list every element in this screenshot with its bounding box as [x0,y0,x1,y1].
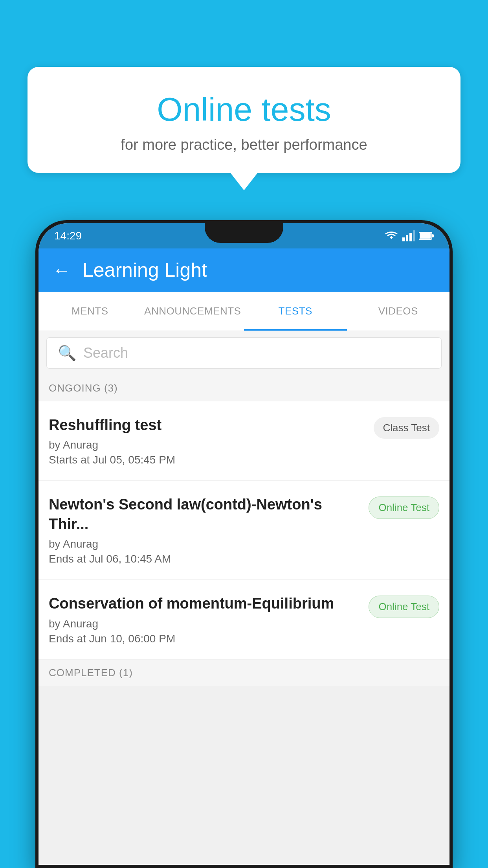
test-time: Ends at Jun 10, 06:00 PM [49,633,361,645]
wifi-icon [384,230,398,241]
test-badge: Class Test [374,417,439,439]
test-item[interactable]: Reshuffling test by Anurag Starts at Jul… [39,401,449,481]
test-info: Conservation of momentum-Equilibrium by … [49,594,361,645]
promo-title: Online tests [43,90,445,129]
search-bar[interactable]: 🔍 Search [46,337,442,369]
ongoing-section-header: ONGOING (3) [39,375,449,401]
test-item[interactable]: Newton's Second law(contd)-Newton's Thir… [39,481,449,580]
svg-rect-3 [413,230,415,241]
svg-rect-6 [432,234,434,237]
app-bar-title: Learning Light [83,259,207,281]
tab-bar: MENTS ANNOUNCEMENTS TESTS VIDEOS [39,292,449,331]
test-item[interactable]: Conservation of momentum-Equilibrium by … [39,580,449,659]
tab-tests[interactable]: TESTS [244,292,347,331]
tab-assignments[interactable]: MENTS [39,292,141,331]
promo-card: Online tests for more practice, better p… [28,67,460,173]
signal-icon [402,230,415,241]
test-time: Starts at Jul 05, 05:45 PM [49,454,366,466]
search-input[interactable]: Search [83,345,128,361]
svg-rect-1 [406,235,408,241]
test-badge: Online Test [369,596,439,618]
test-author: by Anurag [49,538,361,550]
phone-notch [205,223,283,243]
tab-videos[interactable]: VIDEOS [347,292,450,331]
test-info: Reshuffling test by Anurag Starts at Jul… [49,416,366,466]
back-button[interactable]: ← [53,261,71,279]
test-info: Newton's Second law(contd)-Newton's Thir… [49,495,361,565]
test-name: Conservation of momentum-Equilibrium [49,594,361,613]
test-time: Ends at Jul 06, 10:45 AM [49,553,361,565]
svg-rect-2 [409,233,412,241]
svg-rect-0 [402,237,405,241]
test-list: Reshuffling test by Anurag Starts at Jul… [39,401,449,660]
battery-icon [419,232,434,240]
test-name: Newton's Second law(contd)-Newton's Thir… [49,495,361,534]
status-time: 14:29 [54,230,82,242]
search-icon: 🔍 [58,344,76,362]
test-name: Reshuffling test [49,416,366,435]
status-icons [384,230,434,241]
phone-frame: 14:29 [35,220,453,868]
test-badge: Online Test [369,497,439,519]
tab-announcements[interactable]: ANNOUNCEMENTS [141,292,244,331]
svg-rect-5 [420,233,431,239]
app-bar: ← Learning Light [39,248,449,292]
test-author: by Anurag [49,439,366,451]
search-container: 🔍 Search [39,331,449,375]
promo-subtitle: for more practice, better performance [43,136,445,153]
phone-screen: 14:29 [39,223,449,865]
test-author: by Anurag [49,618,361,630]
completed-section-header: COMPLETED (1) [39,660,449,686]
